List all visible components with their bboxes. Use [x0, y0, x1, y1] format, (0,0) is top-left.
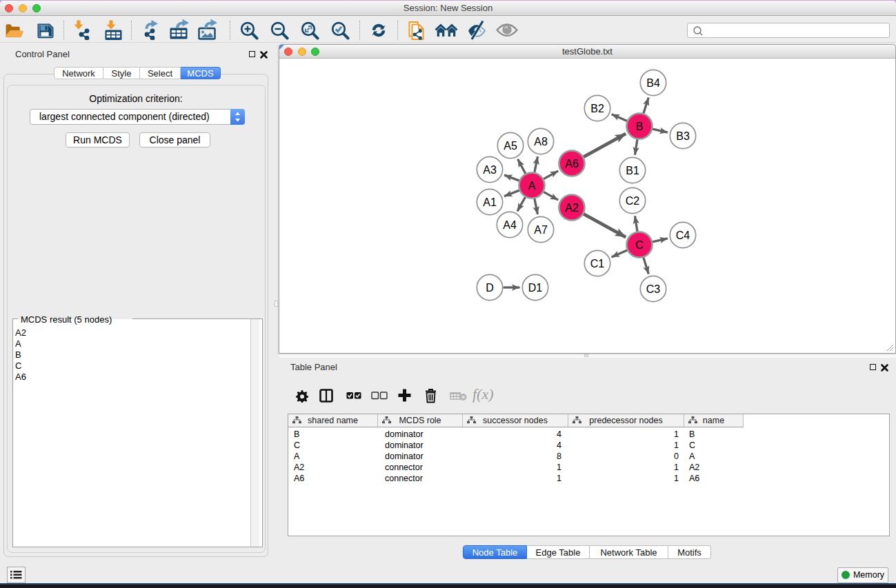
svg-text:A2: A2: [565, 202, 579, 214]
svg-text:D1: D1: [528, 282, 543, 294]
svg-text:A3: A3: [483, 164, 497, 176]
svg-text:B3: B3: [676, 130, 690, 142]
svg-text:C3: C3: [646, 283, 661, 295]
svg-text:A4: A4: [503, 219, 517, 231]
svg-text:B1: B1: [626, 165, 639, 176]
svg-text:A6: A6: [565, 158, 579, 170]
svg-text:C: C: [635, 239, 644, 251]
svg-text:A: A: [528, 180, 536, 192]
svg-text:A1: A1: [483, 196, 497, 208]
svg-text:B: B: [636, 121, 644, 132]
svg-text:B2: B2: [590, 103, 604, 114]
svg-text:C2: C2: [626, 195, 640, 207]
svg-text:A5: A5: [504, 140, 517, 152]
svg-text:D: D: [486, 282, 494, 294]
svg-text:C1: C1: [590, 258, 605, 270]
svg-text:B4: B4: [646, 77, 660, 89]
svg-text:C4: C4: [676, 230, 690, 241]
svg-text:A8: A8: [534, 136, 548, 148]
svg-text:A7: A7: [534, 224, 548, 236]
